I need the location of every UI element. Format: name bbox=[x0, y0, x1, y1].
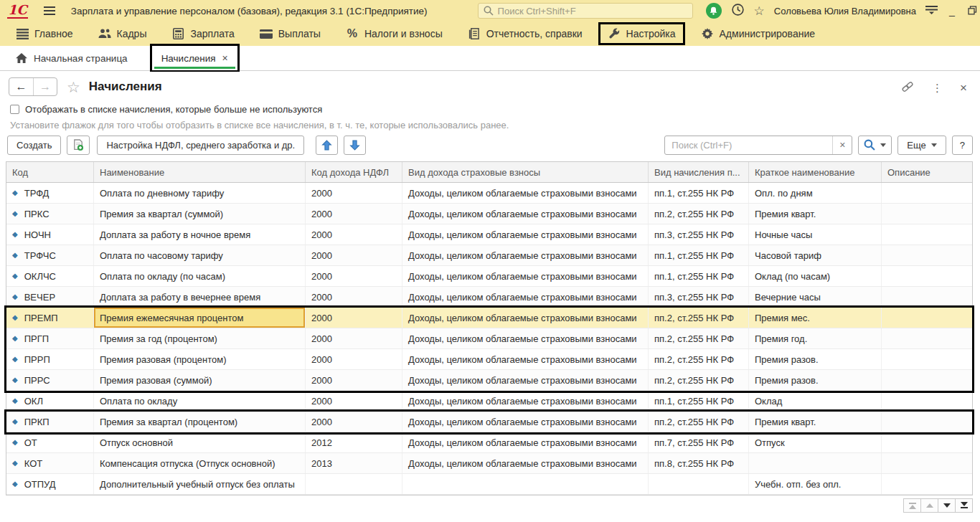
cell-short-name[interactable]: Вечерние часы bbox=[749, 287, 882, 307]
cell-description[interactable] bbox=[882, 349, 972, 369]
cell-insurance-kind[interactable]: Доходы, целиком облагаемые страховыми вз… bbox=[402, 183, 649, 203]
cell-accrual-kind[interactable]: пп.1, ст.255 НК РФ bbox=[649, 266, 749, 286]
cell-code[interactable]: ◆ПРКС bbox=[6, 204, 94, 224]
cell-code[interactable]: ◆ТРФД bbox=[6, 183, 94, 203]
cell-description[interactable] bbox=[882, 224, 972, 245]
cell-code[interactable]: ◆НОЧН bbox=[6, 224, 94, 245]
cell-code[interactable]: ◆ПРГП bbox=[6, 328, 94, 348]
table-row[interactable]: ◆ТРФДОплата по дневному тарифу2000Доходы… bbox=[6, 183, 972, 204]
column-header-description[interactable]: Описание bbox=[882, 162, 972, 182]
cell-insurance-kind[interactable]: Доходы, целиком облагаемые страховыми вз… bbox=[402, 308, 649, 328]
menu-item-nastroyka[interactable]: Настройка bbox=[600, 24, 683, 43]
create-button[interactable]: Создать bbox=[7, 136, 61, 155]
move-down-button[interactable] bbox=[344, 136, 366, 155]
column-header-ndfl-code[interactable]: Код дохода НДФЛ bbox=[306, 162, 402, 182]
cell-short-name[interactable]: Ночные часы bbox=[749, 224, 882, 245]
list-search-box[interactable]: × bbox=[664, 136, 852, 155]
restore-icon[interactable] bbox=[967, 6, 977, 16]
cell-insurance-kind[interactable]: Доходы, целиком облагаемые страховыми вз… bbox=[402, 287, 649, 307]
cell-name[interactable]: Оплата по окладу bbox=[94, 391, 306, 411]
cell-description[interactable] bbox=[882, 328, 972, 348]
cell-name[interactable]: Компенсация отпуска (Отпуск основной) bbox=[94, 453, 306, 473]
more-actions-dots-icon[interactable]: ⋮ bbox=[932, 82, 943, 95]
menu-item-vyplaty[interactable]: Выплаты bbox=[253, 24, 328, 43]
menu-item-zarplata[interactable]: Зарплата bbox=[164, 24, 241, 43]
cell-short-name[interactable]: Премия разов. bbox=[749, 370, 882, 390]
cell-ndfl-code[interactable]: 2000 bbox=[306, 370, 402, 390]
cell-insurance-kind[interactable]: Доходы, целиком облагаемые страховыми вз… bbox=[402, 349, 649, 369]
cell-short-name[interactable]: Премия кварт. bbox=[749, 204, 882, 224]
cell-description[interactable] bbox=[882, 474, 972, 494]
cell-short-name[interactable]: Премия кварт. bbox=[749, 412, 882, 432]
cell-name[interactable]: Доплата за работу в ночное время bbox=[94, 224, 306, 245]
tab-nachisleniya[interactable]: Начисления × bbox=[152, 46, 237, 70]
global-search-box[interactable] bbox=[478, 3, 693, 19]
cell-ndfl-code[interactable]: 2000 bbox=[306, 245, 402, 265]
cell-insurance-kind[interactable]: Доходы, целиком облагаемые страховыми вз… bbox=[402, 453, 649, 473]
add-to-favorites-star-icon[interactable]: ☆ bbox=[67, 80, 80, 95]
menu-item-nalogi[interactable]: % Налоги и взносы bbox=[339, 24, 450, 44]
cell-code[interactable]: ◆ПРКП bbox=[6, 412, 94, 432]
cell-name[interactable]: Премия разовая (суммой) bbox=[94, 370, 306, 390]
user-menu-icon[interactable] bbox=[925, 4, 938, 17]
cell-ndfl-code[interactable]: 2000 bbox=[306, 391, 402, 411]
search-options-button[interactable] bbox=[858, 136, 892, 155]
cell-short-name[interactable]: Опл. по дням bbox=[749, 183, 882, 203]
cell-accrual-kind[interactable]: пп.3, ст.255 НК РФ bbox=[649, 224, 749, 245]
scroll-to-top-button[interactable] bbox=[903, 498, 921, 513]
cell-accrual-kind[interactable]: пп.1, ст.255 НК РФ bbox=[649, 391, 749, 411]
cell-accrual-kind[interactable]: пп.2, ст.255 НК РФ bbox=[649, 308, 749, 328]
cell-short-name[interactable]: Премия год. bbox=[749, 328, 882, 348]
cell-insurance-kind[interactable]: Доходы, целиком облагаемые страховыми вз… bbox=[402, 245, 649, 265]
cell-description[interactable] bbox=[882, 412, 972, 432]
cell-short-name[interactable]: Учебн. отп. без опл. bbox=[749, 474, 882, 494]
move-up-button[interactable] bbox=[316, 136, 338, 155]
help-button[interactable]: ? bbox=[952, 136, 973, 155]
column-header-code[interactable]: Код bbox=[6, 162, 94, 182]
list-search-input[interactable] bbox=[665, 140, 832, 151]
cell-ndfl-code[interactable]: 2000 bbox=[306, 328, 402, 348]
cell-accrual-kind[interactable]: пп.1, ст.255 НК РФ bbox=[649, 245, 749, 265]
cell-code[interactable]: ◆ПРРС bbox=[6, 370, 94, 390]
cell-ndfl-code[interactable]: 2000 bbox=[306, 183, 402, 203]
create-by-copy-button[interactable] bbox=[67, 136, 90, 155]
main-menu-icon[interactable] bbox=[44, 6, 55, 15]
column-header-short-name[interactable]: Краткое наименование bbox=[749, 162, 882, 182]
cell-accrual-kind[interactable]: пп.2, ст.255 НК РФ bbox=[649, 204, 749, 224]
cell-accrual-kind[interactable]: пп.2, ст.255 НК РФ bbox=[649, 349, 749, 369]
cell-insurance-kind[interactable]: Доходы, целиком облагаемые страховыми вз… bbox=[402, 432, 649, 452]
menu-item-glavnoe[interactable]: Главное bbox=[9, 24, 80, 43]
cell-ndfl-code[interactable] bbox=[306, 474, 402, 494]
cell-code[interactable]: ◆КОТ bbox=[6, 453, 94, 473]
cell-ndfl-code[interactable]: 2000 bbox=[306, 308, 402, 328]
cell-name[interactable]: Премия за год (процентом) bbox=[94, 328, 306, 348]
minimize-icon[interactable]: _ bbox=[947, 6, 957, 16]
cell-name[interactable]: Доплата за работу в вечернее время bbox=[94, 287, 306, 307]
table-row[interactable]: ◆ПРГППремия за год (процентом)2000Доходы… bbox=[6, 328, 972, 349]
cell-accrual-kind[interactable]: пп.2, ст.255 НК РФ bbox=[649, 412, 749, 432]
cell-description[interactable] bbox=[882, 266, 972, 286]
cell-ndfl-code[interactable]: 2000 bbox=[306, 204, 402, 224]
more-button[interactable]: Еще bbox=[897, 136, 946, 155]
cell-insurance-kind[interactable]: Доходы, целиком облагаемые страховыми вз… bbox=[402, 370, 649, 390]
cell-description[interactable] bbox=[882, 370, 972, 390]
cell-accrual-kind[interactable]: пп.3, ст.255 НК РФ bbox=[649, 287, 749, 307]
cell-name[interactable]: Премия за квартал (суммой) bbox=[94, 204, 306, 224]
table-row[interactable]: ◆ТРФЧСОплата по часовому тарифу2000Доход… bbox=[6, 245, 972, 266]
cell-description[interactable] bbox=[882, 391, 972, 411]
cell-ndfl-code[interactable]: 2000 bbox=[306, 412, 402, 432]
cell-ndfl-code[interactable]: 2012 bbox=[306, 432, 402, 452]
cell-ndfl-code[interactable]: 2000 bbox=[306, 224, 402, 245]
cell-code[interactable]: ◆ОТПУД bbox=[6, 474, 94, 494]
cell-short-name[interactable]: Оклад (по часам) bbox=[749, 266, 882, 286]
cell-code[interactable]: ◆ПРЕМП bbox=[6, 308, 94, 328]
close-form-icon[interactable]: × bbox=[960, 81, 967, 95]
cell-description[interactable] bbox=[882, 204, 972, 224]
cell-name[interactable]: Оплата по часовому тарифу bbox=[94, 245, 306, 265]
cell-insurance-kind[interactable]: Доходы, целиком облагаемые страховыми вз… bbox=[402, 412, 649, 432]
cell-accrual-kind[interactable]: пп.8, ст.255 НК РФ bbox=[649, 453, 749, 473]
favorites-star-icon[interactable]: ☆ bbox=[754, 5, 765, 17]
table-row[interactable]: ◆ОКЛОплата по окладу2000Доходы, целиком … bbox=[6, 391, 972, 412]
table-row[interactable]: ◆НОЧНДоплата за работу в ночное время200… bbox=[6, 224, 972, 245]
cell-code[interactable]: ◆ВЕЧЕР bbox=[6, 287, 94, 307]
